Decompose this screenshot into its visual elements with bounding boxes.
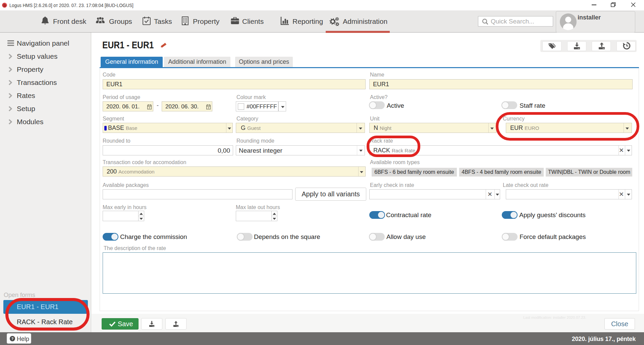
svg-text:?: ? (11, 337, 14, 341)
